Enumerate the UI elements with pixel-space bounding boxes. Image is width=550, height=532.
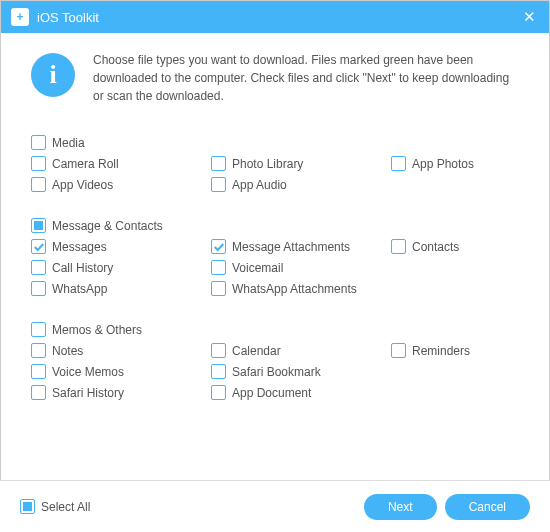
- chk-safari-bookmark[interactable]: Safari Bookmark: [211, 364, 391, 379]
- footer: Select All Next Cancel: [0, 480, 550, 532]
- info-row: i Choose file types you want to download…: [31, 51, 519, 105]
- chk-app-photos[interactable]: App Photos: [391, 156, 511, 171]
- chk-label: Message Attachments: [232, 240, 350, 254]
- close-icon[interactable]: ✕: [519, 8, 539, 26]
- cancel-button[interactable]: Cancel: [445, 494, 530, 520]
- checkbox-indeterminate-icon[interactable]: [20, 499, 35, 514]
- checkbox-icon[interactable]: [31, 177, 46, 192]
- checkbox-icon[interactable]: [31, 156, 46, 171]
- chk-calendar[interactable]: Calendar: [211, 343, 391, 358]
- checkbox-icon[interactable]: [31, 385, 46, 400]
- checkbox-icon[interactable]: [211, 177, 226, 192]
- chk-label: Calendar: [232, 344, 281, 358]
- chk-label: Messages: [52, 240, 107, 254]
- chk-camera-roll[interactable]: Camera Roll: [31, 156, 211, 171]
- chk-reminders[interactable]: Reminders: [391, 343, 511, 358]
- chk-contacts[interactable]: Contacts: [391, 239, 511, 254]
- info-icon: i: [31, 53, 75, 97]
- select-all[interactable]: Select All: [20, 499, 90, 514]
- checkbox-icon[interactable]: [211, 260, 226, 275]
- checkbox-icon[interactable]: [31, 322, 46, 337]
- group-label: Memos & Others: [52, 323, 142, 337]
- chk-photo-library[interactable]: Photo Library: [211, 156, 391, 171]
- group-memos-header[interactable]: Memos & Others: [31, 322, 211, 337]
- checkbox-icon[interactable]: [391, 156, 406, 171]
- chk-label: App Videos: [52, 178, 113, 192]
- checkbox-icon[interactable]: [391, 343, 406, 358]
- titlebar: iOS Toolkit ✕: [1, 1, 549, 33]
- group-label: Message & Contacts: [52, 219, 163, 233]
- chk-label: Safari History: [52, 386, 124, 400]
- checkbox-icon[interactable]: [391, 239, 406, 254]
- chk-label: Call History: [52, 261, 113, 275]
- checkbox-icon[interactable]: [31, 260, 46, 275]
- checkbox-icon[interactable]: [211, 281, 226, 296]
- group-media-header[interactable]: Media: [31, 135, 211, 150]
- chk-voice-memos[interactable]: Voice Memos: [31, 364, 211, 379]
- chk-app-document[interactable]: App Document: [211, 385, 391, 400]
- file-types-grid: Media Camera Roll Photo Library App Phot…: [31, 135, 519, 400]
- checkbox-icon[interactable]: [211, 364, 226, 379]
- chk-safari-history[interactable]: Safari History: [31, 385, 211, 400]
- window-title: iOS Toolkit: [37, 10, 519, 25]
- checkbox-checked-icon[interactable]: [31, 239, 46, 254]
- chk-label: App Photos: [412, 157, 474, 171]
- chk-label: Contacts: [412, 240, 459, 254]
- chk-label: Notes: [52, 344, 83, 358]
- checkbox-indeterminate-icon[interactable]: [31, 218, 46, 233]
- content-panel: i Choose file types you want to download…: [1, 33, 549, 410]
- chk-label: Voice Memos: [52, 365, 124, 379]
- checkbox-icon[interactable]: [211, 343, 226, 358]
- app-icon: [11, 8, 29, 26]
- chk-label: Safari Bookmark: [232, 365, 321, 379]
- next-button[interactable]: Next: [364, 494, 437, 520]
- chk-messages[interactable]: Messages: [31, 239, 211, 254]
- select-all-label: Select All: [41, 500, 90, 514]
- checkbox-icon[interactable]: [211, 385, 226, 400]
- checkbox-icon[interactable]: [31, 135, 46, 150]
- chk-whatsapp-attachments[interactable]: WhatsApp Attachments: [211, 281, 391, 296]
- chk-whatsapp[interactable]: WhatsApp: [31, 281, 211, 296]
- chk-label: Reminders: [412, 344, 470, 358]
- checkbox-icon[interactable]: [31, 343, 46, 358]
- checkbox-icon[interactable]: [211, 156, 226, 171]
- group-label: Media: [52, 136, 85, 150]
- checkbox-icon[interactable]: [31, 364, 46, 379]
- chk-app-audio[interactable]: App Audio: [211, 177, 391, 192]
- chk-label: WhatsApp Attachments: [232, 282, 357, 296]
- chk-label: WhatsApp: [52, 282, 107, 296]
- info-text: Choose file types you want to download. …: [93, 51, 519, 105]
- chk-app-videos[interactable]: App Videos: [31, 177, 211, 192]
- chk-call-history[interactable]: Call History: [31, 260, 211, 275]
- chk-label: App Audio: [232, 178, 287, 192]
- chk-message-attachments[interactable]: Message Attachments: [211, 239, 391, 254]
- chk-label: App Document: [232, 386, 311, 400]
- chk-voicemail[interactable]: Voicemail: [211, 260, 391, 275]
- chk-label: Voicemail: [232, 261, 283, 275]
- checkbox-checked-icon[interactable]: [211, 239, 226, 254]
- chk-label: Camera Roll: [52, 157, 119, 171]
- chk-label: Photo Library: [232, 157, 303, 171]
- chk-notes[interactable]: Notes: [31, 343, 211, 358]
- group-messages-header[interactable]: Message & Contacts: [31, 218, 211, 233]
- checkbox-icon[interactable]: [31, 281, 46, 296]
